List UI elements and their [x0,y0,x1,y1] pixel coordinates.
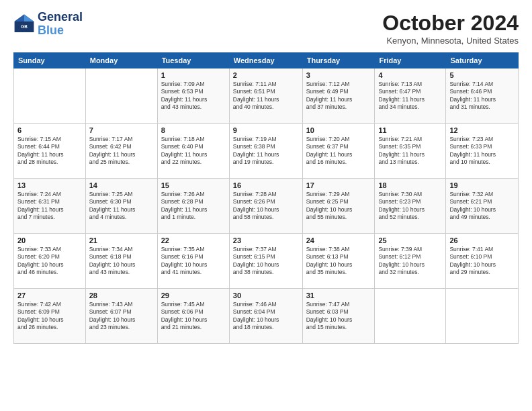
calendar: Sunday Monday Tuesday Wednesday Thursday… [13,52,519,344]
day-info: Sunrise: 7:11 AM Sunset: 6:51 PM Dayligh… [233,81,299,111]
calendar-cell: 24Sunrise: 7:38 AM Sunset: 6:13 PM Dayli… [302,234,375,289]
day-info: Sunrise: 7:47 AM Sunset: 6:03 PM Dayligh… [306,301,371,332]
calendar-cell: 12Sunrise: 7:23 AM Sunset: 6:33 PM Dayli… [446,124,519,179]
calendar-week-4: 27Sunrise: 7:42 AM Sunset: 6:09 PM Dayli… [14,289,519,344]
calendar-cell: 26Sunrise: 7:41 AM Sunset: 6:10 PM Dayli… [446,234,519,289]
calendar-cell: 19Sunrise: 7:32 AM Sunset: 6:21 PM Dayli… [446,179,519,234]
day-number: 6 [17,126,82,134]
logo-icon: GB [13,13,35,35]
day-info: Sunrise: 7:18 AM Sunset: 6:40 PM Dayligh… [161,136,226,167]
day-info: Sunrise: 7:37 AM Sunset: 6:15 PM Dayligh… [233,246,299,277]
calendar-cell: 30Sunrise: 7:46 AM Sunset: 6:04 PM Dayli… [229,289,302,344]
calendar-cell: 14Sunrise: 7:25 AM Sunset: 6:30 PM Dayli… [85,179,157,234]
day-number: 7 [89,126,154,134]
day-number: 24 [306,236,371,244]
calendar-cell: 25Sunrise: 7:39 AM Sunset: 6:12 PM Dayli… [375,234,446,289]
day-info: Sunrise: 7:43 AM Sunset: 6:07 PM Dayligh… [89,301,154,332]
day-info: Sunrise: 7:24 AM Sunset: 6:31 PM Dayligh… [17,191,82,222]
day-info: Sunrise: 7:34 AM Sunset: 6:18 PM Dayligh… [89,246,154,277]
calendar-cell: 20Sunrise: 7:33 AM Sunset: 6:20 PM Dayli… [14,234,86,289]
month-title: October 2024 [382,11,519,36]
day-number: 13 [17,181,82,189]
day-number: 30 [233,291,299,300]
calendar-cell: 23Sunrise: 7:37 AM Sunset: 6:15 PM Dayli… [229,234,302,289]
day-info: Sunrise: 7:30 AM Sunset: 6:23 PM Dayligh… [378,191,442,222]
calendar-cell: 16Sunrise: 7:28 AM Sunset: 6:26 PM Dayli… [229,179,302,234]
calendar-cell: 13Sunrise: 7:24 AM Sunset: 6:31 PM Dayli… [14,179,86,234]
col-saturday: Saturday [446,53,519,68]
calendar-cell: 31Sunrise: 7:47 AM Sunset: 6:03 PM Dayli… [302,289,375,344]
day-number: 3 [306,71,371,79]
calendar-cell: 11Sunrise: 7:21 AM Sunset: 6:35 PM Dayli… [375,124,446,179]
day-info: Sunrise: 7:13 AM Sunset: 6:47 PM Dayligh… [378,81,442,111]
calendar-cell: 9Sunrise: 7:19 AM Sunset: 6:38 PM Daylig… [229,124,302,179]
calendar-week-0: 1Sunrise: 7:09 AM Sunset: 6:53 PM Daylig… [14,68,519,124]
day-number: 17 [306,181,371,189]
day-info: Sunrise: 7:12 AM Sunset: 6:49 PM Dayligh… [306,81,371,111]
day-number: 20 [17,236,82,244]
calendar-cell: 29Sunrise: 7:45 AM Sunset: 6:06 PM Dayli… [157,289,229,344]
col-tuesday: Tuesday [157,53,229,68]
day-info: Sunrise: 7:32 AM Sunset: 6:21 PM Dayligh… [449,191,515,222]
day-info: Sunrise: 7:17 AM Sunset: 6:42 PM Dayligh… [89,136,154,167]
day-info: Sunrise: 7:35 AM Sunset: 6:16 PM Dayligh… [161,246,226,277]
day-info: Sunrise: 7:42 AM Sunset: 6:09 PM Dayligh… [17,301,82,332]
page: GB General Blue October 2024 Kenyon, Min… [0,0,532,411]
day-number: 1 [161,71,226,79]
calendar-cell [14,68,86,124]
col-thursday: Thursday [302,53,375,68]
day-number: 5 [449,71,515,79]
day-info: Sunrise: 7:46 AM Sunset: 6:04 PM Dayligh… [233,301,299,332]
calendar-cell: 10Sunrise: 7:20 AM Sunset: 6:37 PM Dayli… [302,124,375,179]
calendar-week-3: 20Sunrise: 7:33 AM Sunset: 6:20 PM Dayli… [14,234,519,289]
day-number: 22 [161,236,226,244]
calendar-cell: 1Sunrise: 7:09 AM Sunset: 6:53 PM Daylig… [157,68,229,124]
day-number: 2 [233,71,299,79]
day-info: Sunrise: 7:25 AM Sunset: 6:30 PM Dayligh… [89,191,154,222]
calendar-cell: 17Sunrise: 7:29 AM Sunset: 6:25 PM Dayli… [302,179,375,234]
day-number: 26 [449,236,515,244]
calendar-cell: 21Sunrise: 7:34 AM Sunset: 6:18 PM Dayli… [85,234,157,289]
day-number: 9 [233,126,299,134]
calendar-cell: 22Sunrise: 7:35 AM Sunset: 6:16 PM Dayli… [157,234,229,289]
col-sunday: Sunday [14,53,86,68]
day-info: Sunrise: 7:19 AM Sunset: 6:38 PM Dayligh… [233,136,299,167]
day-number: 19 [449,181,515,189]
day-info: Sunrise: 7:14 AM Sunset: 6:46 PM Dayligh… [449,81,515,111]
day-info: Sunrise: 7:15 AM Sunset: 6:44 PM Dayligh… [17,136,82,167]
calendar-cell [85,68,157,124]
calendar-cell: 6Sunrise: 7:15 AM Sunset: 6:44 PM Daylig… [14,124,86,179]
day-info: Sunrise: 7:39 AM Sunset: 6:12 PM Dayligh… [378,246,442,277]
day-number: 31 [306,291,371,300]
day-number: 23 [233,236,299,244]
day-number: 4 [378,71,442,79]
calendar-cell: 8Sunrise: 7:18 AM Sunset: 6:40 PM Daylig… [157,124,229,179]
day-number: 16 [233,181,299,189]
day-number: 27 [17,291,82,300]
day-number: 14 [89,181,154,189]
day-info: Sunrise: 7:09 AM Sunset: 6:53 PM Dayligh… [161,81,226,111]
location: Kenyon, Minnesota, United States [382,36,519,46]
day-info: Sunrise: 7:26 AM Sunset: 6:28 PM Dayligh… [161,191,226,222]
day-info: Sunrise: 7:33 AM Sunset: 6:20 PM Dayligh… [17,246,82,277]
col-wednesday: Wednesday [229,53,302,68]
day-info: Sunrise: 7:21 AM Sunset: 6:35 PM Dayligh… [378,136,442,167]
day-info: Sunrise: 7:20 AM Sunset: 6:37 PM Dayligh… [306,136,371,167]
day-info: Sunrise: 7:41 AM Sunset: 6:10 PM Dayligh… [449,246,515,277]
day-info: Sunrise: 7:29 AM Sunset: 6:25 PM Dayligh… [306,191,371,222]
calendar-cell: 15Sunrise: 7:26 AM Sunset: 6:28 PM Dayli… [157,179,229,234]
calendar-cell: 27Sunrise: 7:42 AM Sunset: 6:09 PM Dayli… [14,289,86,344]
day-number: 8 [161,126,226,134]
calendar-cell [375,289,446,344]
calendar-cell: 4Sunrise: 7:13 AM Sunset: 6:47 PM Daylig… [375,68,446,124]
calendar-cell: 3Sunrise: 7:12 AM Sunset: 6:49 PM Daylig… [302,68,375,124]
day-number: 10 [306,126,371,134]
calendar-week-1: 6Sunrise: 7:15 AM Sunset: 6:44 PM Daylig… [14,124,519,179]
day-number: 15 [161,181,226,189]
svg-marker-2 [15,14,24,21]
day-number: 25 [378,236,442,244]
svg-marker-1 [24,14,34,21]
calendar-cell: 2Sunrise: 7:11 AM Sunset: 6:51 PM Daylig… [229,68,302,124]
day-number: 29 [161,291,226,300]
svg-text:GB: GB [21,24,28,29]
